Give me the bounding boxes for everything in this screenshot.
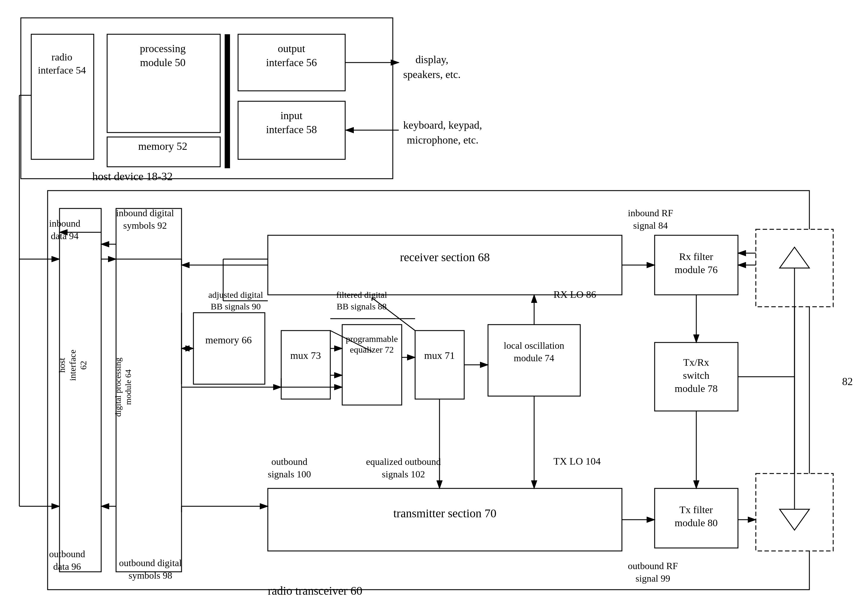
svg-rect-28	[756, 229, 833, 307]
memory-66-label: memory 66	[193, 334, 264, 346]
local-osc-label: local oscillationmodule 74	[488, 340, 580, 364]
mux-73-label: mux 73	[282, 350, 329, 361]
txrx-switch-label: Tx/Rxswitchmodule 78	[655, 356, 737, 396]
antenna-number-label: 82	[842, 375, 853, 388]
svg-rect-6	[225, 34, 230, 168]
svg-rect-29	[756, 474, 833, 551]
radio-transceiver-label: radio transceiver 60	[268, 584, 363, 598]
inbound-rf-label: inbound RFsignal 84	[628, 207, 673, 232]
keyboard-label: keyboard, keypad,microphone, etc.	[403, 118, 482, 148]
inbound-digital-label: inbound digitalsymbols 92	[116, 207, 174, 232]
display-speakers-label: display,speakers, etc.	[403, 52, 460, 82]
svg-rect-23	[415, 331, 464, 399]
transmitter-section-label: transmitter section 70	[268, 506, 621, 520]
outbound-digital-label: outbound digitalsymbols 98	[119, 557, 182, 582]
outbound-signals-label: outboundsignals 100	[268, 456, 311, 480]
processing-module-label: processingmodule 50	[108, 42, 218, 70]
host-interface-label: hostinterface 62	[57, 345, 89, 385]
receiver-section-label: receiver section 68	[268, 250, 621, 264]
svg-rect-18	[194, 313, 265, 384]
svg-rect-21	[281, 331, 330, 399]
equalized-outbound-label: equalized outboundsignals 102	[366, 456, 441, 480]
host-device-label: host device 18-32	[92, 170, 173, 183]
memory-52-label: memory 52	[108, 140, 218, 152]
outbound-data-label: outbounddata 96	[49, 548, 85, 573]
adjusted-bb-label: adjusted digitalBB signals 90	[208, 289, 263, 312]
tx-lo-label: TX LO 104	[553, 456, 601, 467]
filtered-bb-label: filtered digitalBB signals 88	[336, 289, 387, 312]
mux-71-label: mux 71	[416, 350, 463, 361]
input-interface-label: inputinterface 58	[239, 109, 344, 137]
prog-eq-label: programmableequalizer 72	[343, 334, 401, 355]
svg-marker-33	[780, 509, 809, 530]
radio-interface-label: radiointerface 54	[32, 51, 91, 77]
output-interface-label: outputinterface 56	[239, 42, 344, 70]
rx-lo-label: RX LO 86	[553, 289, 596, 300]
svg-rect-16	[59, 208, 101, 572]
tx-filter-label: Tx filtermodule 80	[655, 503, 737, 530]
digital-processing-label: digital processing module 64	[113, 357, 133, 417]
svg-rect-19	[268, 235, 622, 295]
rx-filter-label: Rx filtermodule 76	[655, 250, 737, 276]
svg-marker-31	[780, 247, 809, 268]
inbound-data-label: inbounddata 94	[49, 217, 81, 242]
outbound-rf-label: outbound RFsignal 99	[628, 560, 678, 585]
